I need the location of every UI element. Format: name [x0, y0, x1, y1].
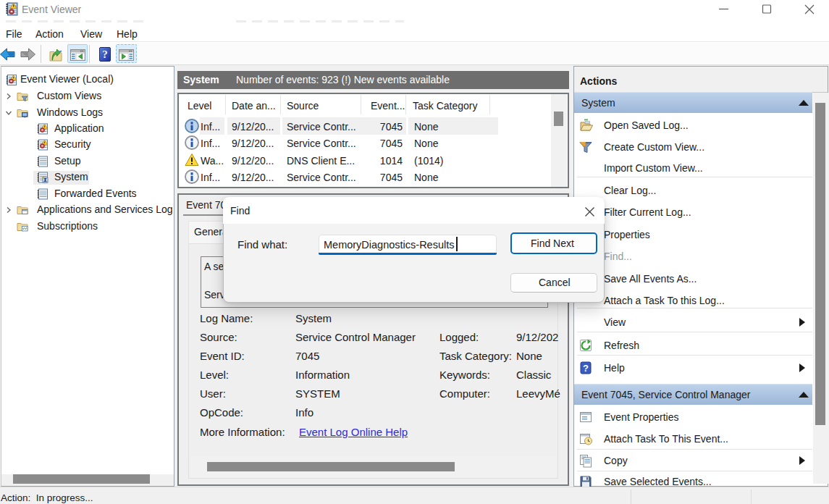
svg-text:?: ?: [102, 49, 108, 60]
svg-text:?: ?: [583, 363, 589, 374]
